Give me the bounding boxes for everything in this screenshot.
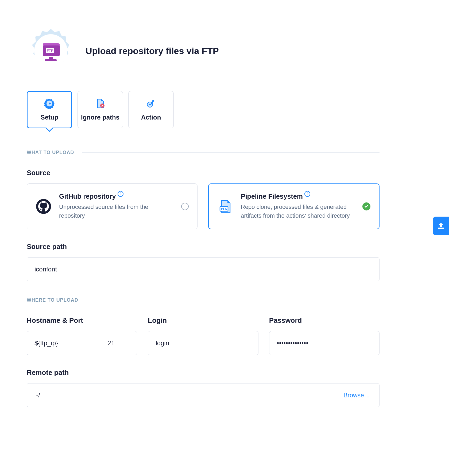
card-desc: Repo clone, processed files & generated … bbox=[241, 202, 355, 220]
help-icon[interactable]: ? bbox=[118, 191, 123, 197]
upload-icon bbox=[437, 221, 445, 231]
tab-label: Action bbox=[141, 114, 161, 121]
source-option-github[interactable]: GitHub repository ? Unprocessed source f… bbox=[27, 183, 198, 229]
gear-play-icon bbox=[44, 98, 55, 109]
password-input[interactable] bbox=[269, 331, 380, 355]
github-icon bbox=[36, 198, 52, 214]
page-header: FTP Upload repository files via FTP bbox=[27, 27, 380, 75]
hostname-input[interactable] bbox=[27, 331, 100, 355]
section-heading-where: WHERE TO UPLOAD bbox=[27, 297, 380, 303]
help-icon[interactable]: ? bbox=[304, 191, 310, 197]
login-label: Login bbox=[148, 316, 258, 325]
browse-button[interactable]: Browse… bbox=[334, 383, 380, 407]
pfs-file-icon: PFS bbox=[217, 198, 233, 214]
svg-rect-5 bbox=[49, 57, 53, 59]
tab-label: Ignore paths bbox=[81, 114, 119, 121]
section-heading-what: WHAT TO UPLOAD bbox=[27, 150, 380, 155]
source-option-pipeline-filesystem[interactable]: PFS Pipeline Filesystem ? Repo clone, pr… bbox=[208, 183, 380, 229]
card-title: GitHub repository bbox=[59, 193, 116, 200]
hostname-port-label: Hostname & Port bbox=[27, 316, 137, 325]
login-input[interactable] bbox=[148, 331, 258, 355]
radio-unchecked-icon bbox=[181, 203, 189, 210]
card-title: Pipeline Filesystem bbox=[241, 193, 303, 200]
page-title: Upload repository files via FTP bbox=[86, 46, 219, 56]
check-circle-icon bbox=[362, 202, 370, 210]
svg-rect-6 bbox=[45, 59, 57, 61]
card-desc: Unprocessed source files from the reposi… bbox=[59, 202, 174, 220]
port-input[interactable] bbox=[100, 331, 137, 355]
tab-setup[interactable]: Setup bbox=[27, 91, 72, 128]
action-brush-icon bbox=[146, 98, 156, 109]
side-upload-button[interactable] bbox=[433, 217, 449, 235]
tabs: Setup Ignore paths Action bbox=[27, 91, 380, 128]
tab-action[interactable]: Action bbox=[128, 91, 174, 128]
file-x-icon bbox=[95, 98, 106, 109]
source-path-input[interactable] bbox=[27, 257, 380, 281]
tab-ignore-paths[interactable]: Ignore paths bbox=[78, 91, 123, 128]
tab-label: Setup bbox=[41, 114, 59, 121]
source-path-label: Source path bbox=[27, 243, 380, 251]
password-label: Password bbox=[269, 316, 380, 325]
remote-path-input[interactable] bbox=[27, 383, 334, 407]
ftp-gear-icon: FTP bbox=[27, 27, 75, 75]
source-label: Source bbox=[27, 169, 380, 177]
svg-text:FTP: FTP bbox=[47, 49, 53, 53]
source-options: GitHub repository ? Unprocessed source f… bbox=[27, 183, 380, 229]
svg-text:PFS: PFS bbox=[221, 207, 227, 210]
remote-path-label: Remote path bbox=[27, 368, 380, 377]
svg-point-13 bbox=[149, 104, 151, 105]
svg-rect-17 bbox=[438, 228, 444, 229]
